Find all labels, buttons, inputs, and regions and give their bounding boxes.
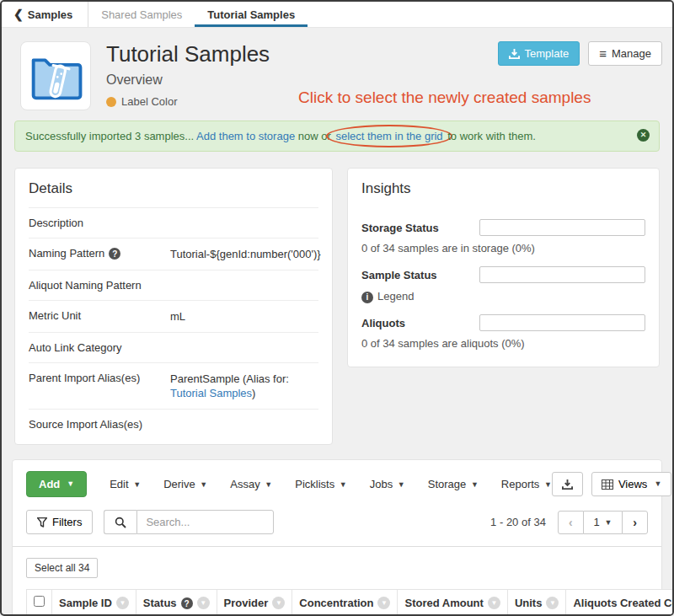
detail-row-naming-pattern: Naming Pattern ? Tutorial-${genId:number…: [29, 238, 318, 270]
menu-reports[interactable]: Reports ▼: [501, 478, 552, 490]
page-select-button[interactable]: 1 ▼: [584, 511, 623, 534]
tab-back-label: Samples: [28, 8, 72, 21]
menu-edit[interactable]: Edit ▼: [110, 478, 141, 490]
col-provider: Provider▼: [217, 590, 292, 616]
sort-caret-icon[interactable]: ▼: [488, 597, 500, 609]
next-page-button[interactable]: ›: [622, 511, 648, 534]
menu-derive[interactable]: Derive ▼: [163, 478, 207, 490]
hamburger-icon: ≡: [599, 50, 607, 58]
download-icon: [562, 479, 573, 490]
status-help-icon[interactable]: ?: [181, 597, 193, 609]
add-to-storage-link[interactable]: Add them to storage: [196, 130, 295, 142]
col-stored-amount: Stored Amount▼: [398, 590, 507, 616]
label-color-text: Label Color: [121, 95, 178, 108]
samples-table: Sample ID▼ Status?▼ Provider▼ Concentrat…: [26, 589, 674, 616]
sort-caret-icon[interactable]: ▼: [197, 597, 210, 609]
banner-close-icon[interactable]: ✕: [637, 129, 650, 142]
detail-row-description: Description: [29, 207, 318, 238]
prev-page-button[interactable]: ‹: [558, 511, 584, 534]
legend-label: Legend: [377, 290, 414, 303]
grid-icon: [602, 479, 613, 490]
parent-alias-link[interactable]: Tutorial Samples: [170, 387, 252, 399]
col-concentration: Concentration▼: [292, 590, 398, 616]
col-sample-id: Sample ID▼: [52, 590, 136, 616]
info-icon[interactable]: i: [361, 292, 373, 303]
template-button[interactable]: Template: [498, 41, 580, 66]
menu-storage[interactable]: Storage ▼: [428, 478, 479, 490]
success-banner: Successfully imported 3 samples... Add t…: [14, 121, 660, 152]
tab-samples-back[interactable]: ❮ Samples: [5, 2, 88, 27]
menu-jobs[interactable]: Jobs ▼: [370, 478, 405, 490]
pagination-range: 1 - 20 of 34: [490, 516, 546, 528]
views-button[interactable]: Views ▼: [591, 472, 671, 496]
insights-title: Insights: [348, 169, 659, 207]
select-all-button[interactable]: Select all 34: [26, 558, 98, 578]
insight-aliquots: Aliquots 0 of 34 samples are aliquots (0…: [348, 314, 659, 350]
sample-type-icon-card: [20, 41, 91, 110]
page-header: Tutorial Samples Overview Label Color Te…: [2, 28, 672, 120]
top-tab-bar: ❮ Samples Shared Samples Tutorial Sample…: [2, 2, 672, 28]
download-icon: [509, 48, 520, 59]
export-button[interactable]: [552, 472, 583, 496]
help-question-icon[interactable]: ?: [109, 248, 120, 260]
annotation-text: Click to select the newly created sample…: [298, 88, 591, 107]
banner-text-suffix: to work with them.: [447, 130, 536, 142]
search-icon: [115, 517, 126, 528]
filters-button[interactable]: Filters: [26, 510, 93, 534]
storage-status-bar: [479, 219, 645, 236]
tab-tutorial-samples[interactable]: Tutorial Samples: [195, 2, 308, 27]
menu-picklists[interactable]: Picklists ▼: [295, 478, 347, 490]
insight-sample-status: Sample Status i Legend: [348, 266, 659, 303]
divider: [13, 546, 661, 547]
menu-assay[interactable]: Assay ▼: [230, 478, 272, 490]
aliquots-bar: [479, 314, 645, 331]
select-in-grid-link[interactable]: select them in the grid: [335, 130, 442, 142]
sort-caret-icon[interactable]: ▼: [272, 597, 285, 609]
table-header-row: Sample ID▼ Status?▼ Provider▼ Concentrat…: [27, 590, 674, 616]
manage-button[interactable]: ≡ Manage: [588, 41, 662, 66]
tab-shared-samples[interactable]: Shared Samples: [88, 2, 195, 27]
details-title: Details: [15, 169, 332, 207]
add-button[interactable]: Add ▼: [26, 471, 87, 497]
sort-caret-icon[interactable]: ▼: [116, 597, 129, 609]
sample-status-bar: [479, 266, 645, 283]
grid-filterbar: Filters 1 - 20 of 34 ‹ 1 ▼ ›: [26, 510, 648, 534]
detail-row-auto-link: Auto Link Category: [29, 332, 318, 362]
detail-row-parent-alias: Parent Import Alias(es) ParentSample (Al…: [29, 362, 318, 409]
annotation-circle: select them in the grid: [326, 125, 452, 147]
insight-storage-status: Storage Status 0 of 34 samples are in st…: [348, 219, 659, 254]
label-color-dot: [106, 97, 116, 107]
select-all-checkbox[interactable]: [34, 596, 45, 607]
pager: ‹ 1 ▼ ›: [558, 511, 648, 534]
details-panel: Details Description Naming Pattern ? Tut…: [14, 168, 333, 445]
col-aliquots-created-count: Aliquots Created Count▼: [566, 590, 674, 616]
grid-toolbar: Add ▼ Edit ▼ Derive ▼ Assay ▼ Picklists …: [26, 471, 648, 497]
sort-caret-icon[interactable]: ▼: [546, 597, 559, 609]
chevron-down-icon: ▼: [67, 479, 74, 488]
detail-row-aliquot-naming: Aliquot Naming Pattern: [29, 270, 318, 300]
search-input[interactable]: [136, 510, 274, 534]
folder-testtube-icon: [28, 50, 83, 102]
page-subtitle: Overview: [106, 72, 661, 88]
sample-grid-panel: Add ▼ Edit ▼ Derive ▼ Assay ▼ Picklists …: [12, 459, 662, 616]
chevron-left-icon: ❮: [13, 8, 24, 21]
detail-row-metric-unit: Metric Unit mL: [29, 300, 318, 332]
funnel-icon: [37, 517, 47, 528]
sort-caret-icon[interactable]: ▼: [377, 597, 390, 609]
col-units: Units▼: [507, 590, 566, 616]
col-status: Status?▼: [136, 590, 217, 616]
search-icon-button[interactable]: [104, 510, 136, 534]
chevron-down-icon: ▼: [654, 479, 661, 488]
banner-text-prefix: Successfully imported 3 samples...: [25, 130, 194, 142]
insights-panel: Insights Storage Status 0 of 34 samples …: [347, 168, 660, 367]
detail-row-source-alias: Source Import Alias(es): [29, 409, 318, 444]
